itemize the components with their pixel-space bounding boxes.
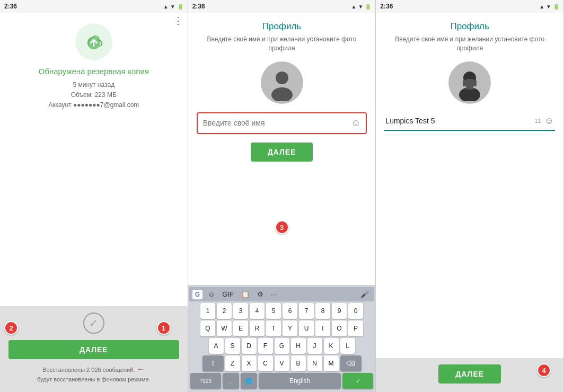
key-w[interactable]: W [217, 320, 232, 336]
key-f[interactable]: F [258, 338, 273, 354]
backspace-key[interactable]: ⌫ [340, 355, 362, 371]
key-o[interactable]: O [332, 320, 347, 336]
panel-2: 2:36 ▲ ▼ 🔋 Профиль Введите своё имя и пр… [188, 0, 376, 392]
enter-key[interactable]: ✓ [342, 373, 373, 389]
panel3-bottom: ДАЛЕЕ [376, 358, 563, 392]
keyboard-toolbar: G ☺ GIF 📋 ⚙ ··· 🎤 [189, 287, 375, 301]
svg-rect-9 [463, 80, 467, 86]
key-x[interactable]: X [242, 355, 257, 371]
svg-point-3 [276, 72, 288, 84]
space-key[interactable]: English [259, 373, 341, 389]
clipboard-btn[interactable]: 📋 [239, 289, 252, 299]
num-key[interactable]: ?123 [190, 373, 221, 389]
key-s[interactable]: S [225, 338, 240, 354]
status-icons-3: ▲ ▼ 🔋 [539, 4, 559, 10]
key-8[interactable]: 8 [315, 303, 330, 319]
key-6[interactable]: 6 [283, 303, 297, 319]
key-b[interactable]: B [291, 355, 306, 371]
more-kb-btn[interactable]: ··· [269, 289, 279, 299]
key-q[interactable]: Q [200, 320, 215, 336]
panel-1: 2:36 ▲ ▼ 🔋 ⋮ Обнаружена резервная копия … [0, 0, 188, 392]
globe-key[interactable]: 🌐 [241, 373, 257, 389]
name-input-2[interactable] [203, 119, 351, 127]
signal-icon-2: ▲ [351, 4, 357, 10]
key-k[interactable]: K [324, 338, 339, 354]
arrow-icon: ← [136, 363, 145, 375]
key-p[interactable]: P [348, 320, 363, 336]
key-y[interactable]: Y [283, 320, 297, 336]
emoji-button-2[interactable]: ☺ [351, 118, 360, 129]
key-v[interactable]: V [275, 355, 289, 371]
key-j[interactable]: J [307, 338, 322, 354]
shift-key[interactable]: ⇧ [202, 355, 224, 371]
key-e[interactable]: E [233, 320, 248, 336]
kb-row-zxcv: ⇧ Z X C V B N M ⌫ [189, 355, 375, 371]
emoji-button-3[interactable]: ☺ [544, 115, 554, 127]
key-0[interactable]: 0 [348, 303, 363, 319]
key-l[interactable]: L [340, 338, 355, 354]
panel1-content: Обнаружена резервная копия 5 минут назад… [0, 13, 188, 306]
more-button[interactable]: ⋮ [173, 15, 183, 26]
name-input-container[interactable]: ☺ [197, 112, 367, 134]
restore-text: Восстановлены 2 026 сообщений. ← будут в… [37, 363, 151, 384]
key-c[interactable]: C [258, 355, 273, 371]
time-1: 2:36 [4, 3, 17, 10]
step-badge-3: 3 [275, 220, 289, 234]
status-bar-1: 2:36 ▲ ▼ 🔋 [0, 0, 188, 13]
key-7[interactable]: 7 [299, 303, 314, 319]
key-1[interactable]: 1 [200, 303, 215, 319]
key-t[interactable]: T [266, 320, 281, 336]
wifi-icon-3: ▼ [546, 4, 551, 10]
status-bar-3: 2:36 ▲ ▼ 🔋 [376, 0, 563, 13]
key-m[interactable]: M [324, 355, 339, 371]
time-3: 2:36 [380, 3, 393, 10]
key-a[interactable]: A [209, 338, 224, 354]
key-n[interactable]: N [307, 355, 322, 371]
key-2[interactable]: 2 [217, 303, 232, 319]
gif-btn[interactable]: GIF [220, 289, 236, 299]
panel2-content: Профиль Введите своё имя и при желании у… [188, 13, 376, 285]
key-5[interactable]: 5 [266, 303, 281, 319]
panel3-content: Профиль Введите своё имя и при желании у… [376, 13, 563, 358]
signal-icon: ▲ [163, 4, 169, 10]
battery-icon-3: 🔋 [553, 4, 559, 10]
signal-icon-3: ▲ [539, 4, 544, 10]
step-badge-4: 4 [537, 363, 551, 377]
keyboard: G ☺ GIF 📋 ⚙ ··· 🎤 1 2 3 4 5 6 7 8 9 0 Q … [188, 285, 376, 392]
kb-row-asdf: A S D F G H J K L [189, 338, 375, 354]
profile-title-2: Профиль [262, 21, 301, 32]
kb-row-qwerty: Q W E R T Y U I O P [189, 320, 375, 336]
key-4[interactable]: 4 [250, 303, 265, 319]
settings-kb-btn[interactable]: ⚙ [255, 289, 266, 299]
emoji-toolbar-btn[interactable]: ☺ [206, 289, 217, 299]
mic-btn[interactable]: 🎤 [358, 289, 371, 299]
key-3[interactable]: 3 [233, 303, 248, 319]
comma-key[interactable]: , [223, 373, 239, 389]
key-r[interactable]: R [250, 320, 265, 336]
avatar-3 [448, 61, 491, 104]
step-badge-1: 1 [157, 321, 171, 335]
key-h[interactable]: H [291, 338, 306, 354]
next-button-2[interactable]: ДАЛЕЕ [251, 142, 313, 162]
key-g[interactable]: G [275, 338, 289, 354]
kb-bottom-row: ?123 , 🌐 English ✓ [189, 373, 375, 389]
key-d[interactable]: D [242, 338, 257, 354]
battery-icon: 🔋 [177, 4, 183, 10]
profile-subtitle-2: Введите своё имя и при желании установит… [197, 35, 367, 53]
key-u[interactable]: U [299, 320, 314, 336]
next-button-3[interactable]: ДАЛЕЕ [438, 364, 501, 384]
next-button-1[interactable]: ДАЛЕЕ [8, 340, 179, 359]
name-input-filled-container[interactable]: 11 ☺ [384, 112, 555, 131]
checkmark-circle: ✓ [83, 313, 104, 334]
key-z[interactable]: Z [225, 355, 240, 371]
key-9[interactable]: 9 [332, 303, 347, 319]
battery-icon-2: 🔋 [365, 4, 371, 10]
status-icons-1: ▲ ▼ 🔋 [163, 4, 183, 10]
google-btn[interactable]: G [192, 290, 202, 299]
key-i[interactable]: I [315, 320, 330, 336]
svg-rect-10 [472, 80, 477, 86]
backup-icon [75, 23, 112, 60]
step-badge-2: 2 [4, 321, 18, 335]
kb-row-numbers: 1 2 3 4 5 6 7 8 9 0 [189, 303, 375, 319]
name-input-3[interactable] [385, 117, 534, 125]
